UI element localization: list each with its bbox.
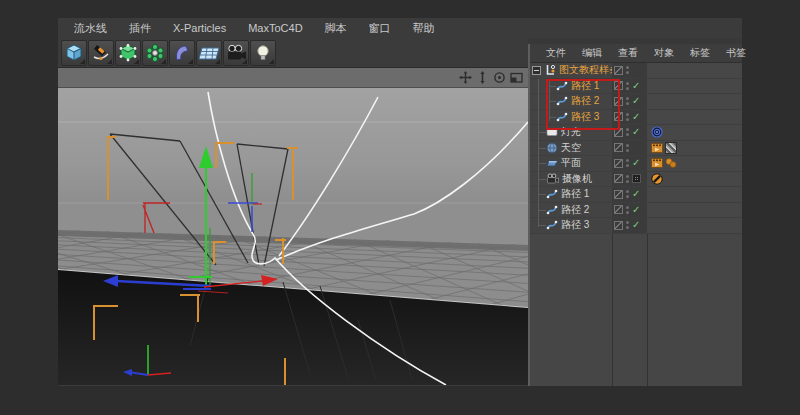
pan-view-icon[interactable] (458, 70, 473, 85)
spline-icon (556, 95, 568, 107)
om-menu-3[interactable]: 查看 (610, 46, 646, 60)
render-visibility-dots[interactable] (626, 97, 629, 105)
tree-connector (538, 132, 546, 133)
material-thumbnail[interactable] (665, 142, 677, 154)
enabled-check-icon[interactable]: ✓ (632, 158, 640, 168)
object-row[interactable]: 路径 2✓ (530, 94, 742, 110)
menu-item-3[interactable]: X-Particles (162, 22, 237, 34)
spline-icon (546, 204, 558, 216)
generator-cloner-tool-button[interactable] (142, 40, 168, 66)
editor-visibility-toggle[interactable] (614, 159, 623, 168)
object-name-cell: 灯光 (530, 125, 612, 140)
render-visibility-dots[interactable] (626, 66, 629, 74)
render-visibility-dots[interactable] (626, 144, 629, 152)
object-name-cell: 路径 2 (530, 203, 612, 218)
modeling-cube-tool-button[interactable] (115, 40, 141, 66)
camera-view-toggle[interactable] (632, 174, 641, 183)
floor-environment-tool-button[interactable] (196, 40, 222, 66)
om-menu-1[interactable]: 文件 (538, 46, 574, 60)
enabled-check-icon[interactable]: ✓ (632, 220, 640, 230)
deformer-bend-tool-button[interactable] (169, 40, 195, 66)
editor-visibility-toggle[interactable] (614, 174, 623, 183)
object-label: 灯光 (561, 125, 581, 139)
spline-pen-tool-button[interactable] (88, 40, 114, 66)
editor-visibility-toggle[interactable] (614, 205, 623, 214)
object-label: 路径 3 (571, 110, 599, 124)
spline-pen-tool-icon (91, 43, 111, 63)
editor-visibility-toggle[interactable] (614, 143, 623, 152)
tag-cell (647, 94, 742, 109)
visibility-toggles: ✓ (612, 218, 647, 233)
object-row[interactable]: 图文教程样条 (530, 63, 742, 79)
render-visibility-dots[interactable] (626, 190, 629, 198)
editor-visibility-toggle[interactable] (614, 112, 623, 121)
texture-tag-icon[interactable] (651, 142, 663, 154)
object-label: 图文教程样条 (559, 63, 612, 77)
render-visibility-dots[interactable] (626, 159, 629, 167)
menu-item-4[interactable]: MaxToC4D (237, 22, 313, 34)
tag-cell (647, 79, 742, 94)
render-visibility-dots[interactable] (626, 206, 629, 214)
rotate-view-icon[interactable] (492, 70, 507, 85)
enabled-check-icon[interactable]: ✓ (632, 96, 640, 106)
render-visibility-dots[interactable] (626, 221, 629, 229)
tag-cell (647, 187, 742, 202)
cube-primitive-tool-button[interactable] (61, 40, 87, 66)
object-row[interactable]: 天空 (530, 141, 742, 157)
render-visibility-dots[interactable] (626, 82, 629, 90)
toggle-view-icon[interactable] (509, 70, 524, 85)
enabled-check-icon[interactable]: ✓ (632, 112, 640, 122)
object-row[interactable]: 平面✓ (530, 156, 742, 172)
editor-visibility-toggle[interactable] (614, 190, 623, 199)
viewport-canvas[interactable] (58, 88, 528, 385)
enabled-check-icon[interactable]: ✓ (632, 205, 640, 215)
object-row[interactable]: 路径 2✓ (530, 203, 742, 219)
render-visibility-dots[interactable] (626, 128, 629, 136)
enabled-check-icon[interactable]: ✓ (632, 81, 640, 91)
object-name-cell: 图文教程样条 (530, 63, 612, 78)
menu-item-5[interactable]: 脚本 (314, 21, 358, 36)
editor-visibility-toggle[interactable] (614, 128, 623, 137)
object-row[interactable]: 路径 1✓ (530, 187, 742, 203)
editor-visibility-toggle[interactable] (614, 97, 623, 106)
menu-item-6[interactable]: 窗口 (358, 21, 402, 36)
object-row[interactable]: 灯光✓ (530, 125, 742, 141)
tag-cell (647, 156, 742, 171)
phong-tag-icon[interactable] (665, 157, 677, 169)
target-tag-icon[interactable] (651, 126, 663, 138)
tag-cell (647, 110, 742, 125)
object-row[interactable]: 路径 1✓ (530, 79, 742, 95)
deformer-bend-tool-icon (172, 43, 192, 63)
expand-toggle[interactable] (532, 66, 541, 75)
menu-item-1[interactable]: 流水线 (63, 21, 118, 36)
om-menu-4[interactable]: 对象 (646, 46, 682, 60)
editor-visibility-toggle[interactable] (614, 81, 623, 90)
render-visibility-dots[interactable] (626, 113, 629, 121)
menu-item-7[interactable]: 帮助 (402, 21, 446, 36)
object-label: 路径 1 (561, 187, 589, 201)
editor-visibility-toggle[interactable] (614, 66, 623, 75)
light-icon (546, 126, 558, 138)
visibility-toggles: ✓ (612, 110, 647, 125)
object-manager-menubar: 文件编辑查看对象标签书签 (530, 44, 742, 63)
enabled-check-icon[interactable]: ✓ (632, 127, 640, 137)
object-row[interactable]: 摄像机 (530, 172, 742, 188)
om-menu-5[interactable]: 标签 (682, 46, 718, 60)
om-menu-6[interactable]: 书签 (718, 46, 754, 60)
texture-tag-icon[interactable] (651, 157, 663, 169)
viewport-header (58, 68, 528, 88)
generator-cloner-tool-icon (145, 43, 165, 63)
enabled-check-icon[interactable]: ✓ (632, 189, 640, 199)
editor-visibility-toggle[interactable] (614, 221, 623, 230)
object-row[interactable]: 路径 3✓ (530, 218, 742, 234)
camera-tool-button[interactable] (223, 40, 249, 66)
om-menu-2[interactable]: 编辑 (574, 46, 610, 60)
object-name-cell: 天空 (530, 141, 612, 156)
menu-item-2[interactable]: 插件 (118, 21, 162, 36)
render-visibility-dots[interactable] (626, 175, 629, 183)
object-name-cell: 路径 3 (530, 218, 612, 233)
protection-tag-icon[interactable] (651, 173, 663, 185)
object-row[interactable]: 路径 3✓ (530, 110, 742, 126)
zoom-view-icon[interactable] (475, 70, 490, 85)
light-tool-button[interactable] (250, 40, 276, 66)
